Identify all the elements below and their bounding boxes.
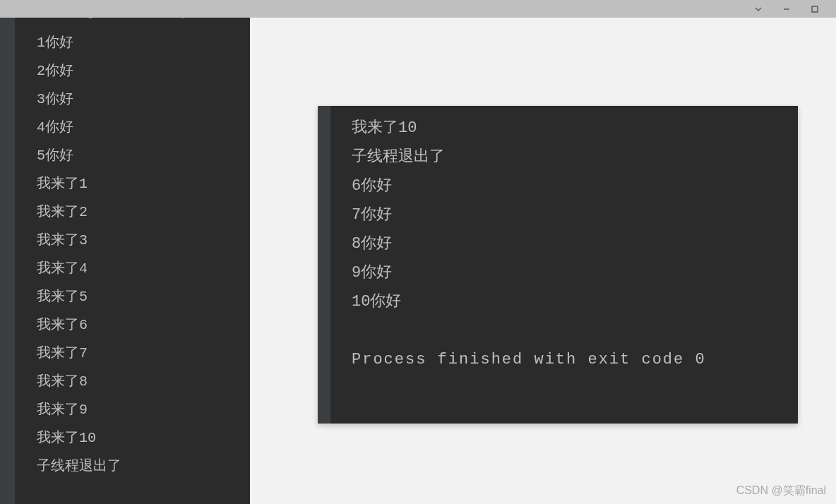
console-line: 我来了10 [37,424,250,452]
console-line: 我来了9 [352,106,798,114]
chevron-down-icon[interactable] [744,0,772,18]
console-line: 1你好 [37,29,250,57]
console-line: 我来了8 [37,368,250,396]
blank-line [352,316,798,345]
console-line: 8你好 [352,229,798,258]
console-path-header: D:\Program Files (x8... [37,18,250,19]
console-line: 7你好 [352,200,798,229]
console-line: 5你好 [37,142,250,170]
console-line: 4你好 [37,114,250,142]
console-line: 我来了1 [37,170,250,198]
console-line: 9你好 [352,258,798,287]
console-line: 子线程退出了 [352,143,798,172]
console-line: 10你好 [352,287,798,316]
console-line: 3你好 [37,85,250,114]
console-line: 我来了6 [37,311,250,340]
maximize-icon[interactable] [801,0,829,18]
left-gutter [0,18,16,504]
left-console-output[interactable]: D:\Program Files (x8... 1你好 2你好 3你好 4你好 … [16,18,250,504]
window-titlebar [0,0,836,18]
minimize-icon[interactable] [772,0,801,18]
right-console-output[interactable]: 我来了9 我来了10 子线程退出了 6你好 7你好 8你好 9你好 10你好 P… [318,106,798,424]
console-line: 子线程退出了 [37,452,250,481]
console-line: 我来了7 [37,340,250,368]
console-line: 我来了3 [37,227,250,255]
console-line: 2你好 [37,57,250,85]
svg-rect-1 [812,6,818,12]
process-exit-line: Process finished with exit code 0 [352,345,798,374]
console-line: 6你好 [352,172,798,200]
console-line: 我来了10 [352,114,798,143]
console-line: 我来了5 [37,283,250,311]
console-line: 我来了2 [37,198,250,227]
console-line: 我来了9 [37,396,250,424]
console-line: 我来了4 [37,255,250,283]
watermark-text: CSDN @笑霸final [736,484,826,498]
